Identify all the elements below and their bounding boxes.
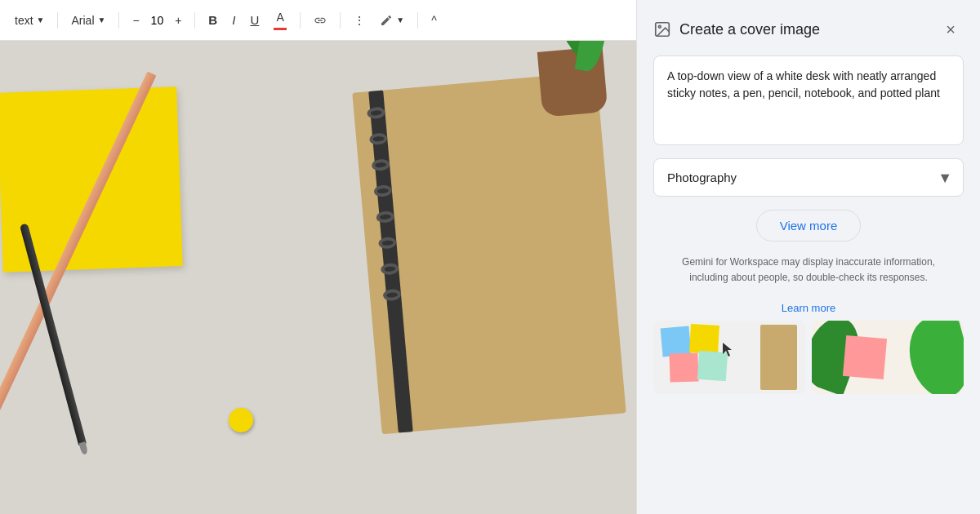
thumb1-note-yellow	[689, 324, 719, 354]
style-dropdown-wrapper: Photography Illustration Abstract Waterc…	[653, 158, 964, 197]
toolbar-separator-4	[300, 12, 301, 29]
sidebar-content-area: Photography Illustration Abstract Waterc…	[637, 55, 980, 314]
plant-pot	[537, 47, 608, 117]
close-sidebar-button[interactable]: ×	[938, 16, 964, 42]
text-style-selector[interactable]: text ▼	[10, 11, 49, 30]
image-thumbnails-grid	[637, 321, 980, 410]
underline-button[interactable]: U	[245, 10, 264, 30]
thumb2-sticky-note	[843, 335, 887, 379]
toolbar-separator-5	[340, 12, 341, 29]
font-size-controls: − 10 +	[127, 11, 186, 30]
toolbar-separator-6	[417, 12, 418, 29]
thumb1-note-pink	[669, 353, 698, 383]
toolbar-separator-3	[194, 12, 195, 29]
notebook-rings	[367, 106, 415, 415]
pen-arrow-icon: ▼	[396, 16, 404, 24]
font-family-label: Arial	[71, 14, 94, 27]
learn-more-link[interactable]: Learn more	[653, 302, 964, 314]
ring-5	[376, 210, 394, 224]
sidebar-title-group: Create a cover image	[653, 20, 820, 38]
ring-6	[378, 237, 397, 250]
thumb1-notebook	[760, 325, 797, 390]
create-cover-sidebar: Create a cover image × Photography Illus…	[637, 0, 980, 514]
ring-3	[372, 158, 390, 171]
desk-scene	[0, 41, 636, 514]
svg-point-1	[658, 25, 661, 28]
font-color-label: A	[277, 11, 284, 24]
text-style-arrow-icon: ▼	[37, 16, 45, 24]
link-button[interactable]	[309, 11, 332, 30]
document-image-area	[0, 41, 636, 514]
editor-toolbar: text ▼ Arial ▼ − 10 + B I U A	[0, 0, 636, 41]
text-color-button[interactable]: A	[269, 7, 292, 33]
ring-7	[381, 263, 399, 276]
font-arrow-icon: ▼	[98, 16, 106, 24]
thumbnail-1[interactable]	[653, 321, 805, 394]
font-size-value: 10	[151, 14, 164, 27]
pen-icon	[380, 14, 393, 27]
italic-button[interactable]: I	[227, 10, 240, 30]
link-icon	[314, 14, 327, 27]
style-dropdown[interactable]: Photography Illustration Abstract Waterc…	[653, 158, 964, 197]
ring-4	[373, 184, 392, 197]
font-size-decrease-button[interactable]: −	[127, 11, 144, 30]
disclaimer-text: Gemini for Workspace may display inaccur…	[653, 255, 964, 286]
sidebar-header: Create a cover image ×	[637, 0, 980, 55]
font-family-selector[interactable]: Arial ▼	[66, 11, 110, 30]
editor-panel: text ▼ Arial ▼ − 10 + B I U A	[0, 0, 637, 514]
toolbar-separator-1	[57, 12, 58, 29]
notebook-element	[352, 72, 626, 435]
font-size-increase-button[interactable]: +	[170, 11, 186, 30]
toolbar-separator-2	[118, 12, 119, 29]
thumb2-leaf-right	[901, 321, 964, 394]
create-image-icon	[653, 20, 671, 38]
pen-button[interactable]: ▼	[375, 11, 409, 30]
ring-1	[367, 106, 385, 119]
sidebar-title-text: Create a cover image	[679, 21, 820, 38]
ring-2	[369, 132, 388, 145]
expand-button[interactable]: ^	[426, 11, 442, 30]
bold-button[interactable]: B	[203, 10, 222, 30]
text-style-label: text	[15, 14, 33, 27]
thumbnail-2[interactable]	[812, 321, 964, 394]
pushpin-element	[229, 408, 253, 432]
image-prompt-textarea[interactable]	[653, 55, 964, 145]
ring-8	[382, 289, 401, 302]
text-color-bar	[274, 28, 287, 30]
pen-tip	[79, 441, 89, 455]
close-icon: ×	[946, 20, 956, 39]
plant-leaf-2	[575, 41, 612, 73]
thumb1-note-green	[697, 351, 728, 381]
more-options-button[interactable]: ⋮	[349, 11, 370, 30]
view-more-button[interactable]: View more	[756, 210, 862, 241]
